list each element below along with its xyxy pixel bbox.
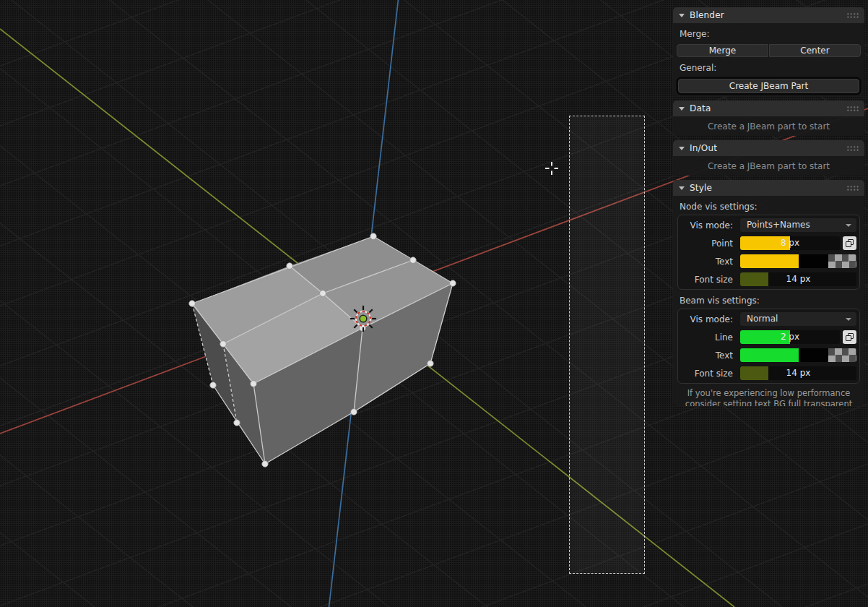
blender-viewport-screen: { "viewport": { "axis_x_color": "#9b443c… (0, 0, 868, 607)
crosshair-cursor (545, 162, 558, 175)
beam-vis-mode-value: Normal (747, 312, 778, 326)
box-select-region (569, 116, 645, 574)
section-header-blender[interactable]: Blender (673, 7, 864, 23)
cube-mesh (192, 236, 453, 464)
color-black-segment (799, 254, 829, 268)
node-vis-mode-select[interactable]: Points+Names (740, 218, 856, 232)
text-label: Text (681, 257, 740, 267)
beam-line-width-value: 2 px (740, 330, 840, 344)
alpha-checker-icon (828, 254, 856, 268)
node-text-color-field[interactable] (740, 254, 856, 268)
node-vis-mode-value: Points+Names (747, 218, 810, 232)
origin-gizmo (350, 306, 376, 332)
beam-vis-settings-label: Beam vis settings: (680, 296, 859, 306)
drag-grip-icon[interactable] (846, 12, 859, 18)
node-vis-mode-row: Vis mode: Points+Names (681, 218, 856, 232)
drag-grip-icon[interactable] (846, 185, 859, 191)
center-button[interactable]: Center (769, 44, 861, 57)
beam-vis-mode-row: Vis mode: Normal (681, 312, 856, 326)
copy-beam-line-width-button[interactable] (843, 330, 856, 344)
section-title: Data (690, 103, 846, 113)
chevron-down-icon (679, 147, 685, 150)
merge-label: Merge: (680, 29, 859, 39)
beam-line-width-slider[interactable]: 2 px (740, 330, 840, 344)
chevron-down-icon (846, 318, 851, 321)
chevron-down-icon (679, 14, 685, 17)
copy-icon (846, 333, 854, 341)
section-title: Blender (690, 10, 846, 20)
inout-empty-text: Create a JBeam part to start (673, 161, 864, 171)
node-vis-settings-label: Node vis settings: (680, 202, 859, 212)
performance-note-line1: If you're experiencing low performance (673, 388, 864, 399)
chevron-down-icon (846, 224, 851, 227)
node-point-size-slider[interactable]: 8 px (740, 236, 840, 250)
beam-line-width-row: Line 2 px (681, 330, 856, 344)
general-label: General: (680, 63, 859, 73)
line-label: Line (681, 332, 740, 343)
merge-button-row: Merge Center (677, 44, 861, 57)
merge-button[interactable]: Merge (677, 44, 768, 57)
color-swatch (740, 348, 799, 362)
node-point-size-value: 8 px (740, 236, 840, 250)
beam-text-color-row: Text (681, 348, 856, 362)
beam-vis-group: Vis mode: Normal Line 2 px Text (677, 309, 860, 384)
data-empty-text: Create a JBeam part to start (673, 121, 864, 132)
panel-section-blender: Blender Merge: Merge Center General: Cre… (673, 7, 864, 96)
node-font-size-value: 14 px (740, 272, 856, 286)
panel-section-inout: In/Out Create a JBeam part to start (673, 140, 864, 176)
panel-section-data: Data Create a JBeam part to start (673, 100, 864, 136)
node-vis-group: Vis mode: Points+Names Point 8 px Text (677, 215, 860, 290)
section-header-style[interactable]: Style (673, 180, 864, 196)
beam-font-size-value: 14 px (740, 366, 856, 380)
font-size-label: Font size (681, 369, 740, 379)
copy-icon (846, 239, 854, 247)
chevron-down-icon (679, 107, 685, 111)
create-jbeam-part-button[interactable]: Create JBeam Part (678, 79, 859, 93)
vis-mode-label: Vis mode: (681, 314, 740, 324)
copy-node-point-size-button[interactable] (843, 236, 856, 250)
node-point-size-row: Point 8 px (681, 236, 856, 250)
panel-section-style: Style Node vis settings: Vis mode: Point… (673, 180, 864, 406)
point-label: Point (681, 238, 740, 249)
node-text-color-row: Text (681, 254, 856, 268)
section-title: Style (690, 183, 846, 193)
vis-mode-label: Vis mode: (681, 220, 740, 231)
alpha-checker-icon (828, 348, 856, 362)
node-font-size-row: Font size 14 px (681, 272, 856, 286)
beam-font-size-row: Font size 14 px (681, 366, 856, 380)
chevron-down-icon (679, 186, 685, 190)
color-swatch (740, 254, 799, 268)
performance-note: If you're experiencing low performance c… (673, 388, 864, 406)
node-font-size-slider[interactable]: 14 px (740, 272, 856, 286)
section-title: In/Out (690, 143, 846, 153)
color-black-segment (799, 348, 829, 362)
beam-vis-mode-select[interactable]: Normal (740, 312, 856, 326)
drag-grip-icon[interactable] (846, 145, 859, 151)
drag-grip-icon[interactable] (846, 106, 859, 111)
n-panel: Blender Merge: Merge Center General: Cre… (673, 7, 864, 607)
section-header-inout[interactable]: In/Out (673, 140, 864, 156)
beam-font-size-slider[interactable]: 14 px (740, 366, 856, 380)
beam-text-color-field[interactable] (740, 348, 856, 362)
font-size-label: Font size (681, 275, 740, 285)
performance-note-line2: consider setting text BG full transparen… (673, 399, 864, 406)
section-header-data[interactable]: Data (673, 100, 864, 116)
text-label: Text (681, 350, 740, 361)
